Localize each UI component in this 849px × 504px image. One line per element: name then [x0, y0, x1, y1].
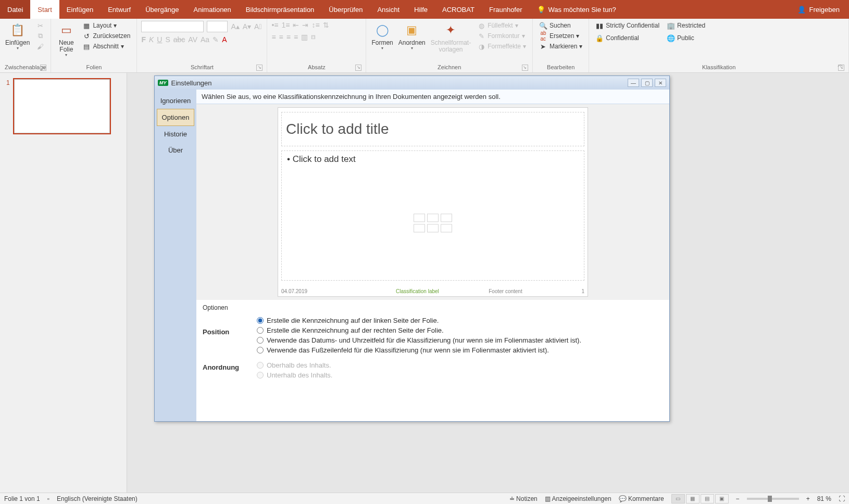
shape-outline-button[interactable]: ✎Formkontur ▾ — [475, 31, 528, 41]
lock-icon: 🔒 — [595, 34, 604, 42]
sidebar-item-ignore[interactable]: Ignorieren — [155, 93, 196, 109]
order-below-radio[interactable]: Unterhalb des Inhalts. — [257, 371, 332, 379]
shapes-button[interactable]: ◯Formen▾ — [370, 21, 394, 52]
shape-fill-button[interactable]: ◍Fülleffekt ▾ — [475, 21, 528, 30]
language-indicator[interactable]: Englisch (Vereinigte Staaten) — [57, 495, 138, 502]
tab-acrobat[interactable]: ACROBAT — [435, 0, 482, 19]
dialog-launcher-icon[interactable]: ↘ — [355, 65, 361, 71]
reading-view-button[interactable]: ▤ — [701, 494, 714, 503]
dialog-titlebar[interactable]: MY Einstellungen ― ▢ ✕ — [155, 76, 669, 90]
slide-thumbnail-1[interactable] — [14, 79, 110, 133]
tab-view[interactable]: Ansicht — [370, 0, 407, 19]
collapse-ribbon-button[interactable]: ︿ — [838, 60, 844, 69]
comments-button[interactable]: 💬 Kommentare — [619, 495, 664, 502]
slideshow-view-button[interactable]: ▣ — [715, 494, 729, 503]
decrease-font-icon[interactable]: A▾ — [243, 22, 251, 31]
justify-button[interactable]: ≡ — [294, 33, 298, 41]
change-case-button[interactable]: Aa — [201, 35, 209, 44]
numbering-button[interactable]: 1≡ — [281, 21, 290, 29]
zoom-slider-thumb[interactable] — [768, 496, 772, 502]
text-direction-button[interactable]: ⇅ — [323, 21, 329, 29]
underline-button[interactable]: U — [157, 35, 162, 44]
tab-slideshow[interactable]: Bildschirmpräsentation — [239, 0, 322, 19]
slide-counter: Folie 1 von 1 — [4, 495, 40, 502]
reset-button[interactable]: ↺Zurücksetzen — [80, 31, 132, 41]
sidebar-item-about[interactable]: Über — [155, 142, 196, 158]
tab-animations[interactable]: Animationen — [186, 0, 239, 19]
preview-date: 04.07.2019 — [281, 288, 339, 294]
paste-button[interactable]: 📋 Einfügen ▾ — [4, 21, 31, 52]
smartart-button[interactable]: ⧈ — [311, 32, 316, 41]
select-button[interactable]: ➤Markieren ▾ — [537, 42, 584, 51]
tell-me-search[interactable]: 💡 Was möchten Sie tun? — [530, 0, 789, 19]
char-spacing-button[interactable]: AV — [188, 35, 197, 44]
zoom-out-button[interactable]: − — [736, 495, 740, 502]
zoom-in-button[interactable]: + — [806, 495, 810, 502]
layout-button[interactable]: ▦Layout ▾ — [80, 21, 132, 30]
sidebar-item-options[interactable]: Optionen — [157, 109, 194, 126]
italic-button[interactable]: K — [149, 35, 154, 44]
align-left-button[interactable]: ≡ — [271, 33, 276, 41]
public-button[interactable]: 🌐Public — [665, 33, 707, 43]
copy-button[interactable]: ⧉ — [34, 31, 46, 41]
normal-view-button[interactable]: ▭ — [671, 494, 685, 503]
restricted-button[interactable]: 🏢Restricted — [665, 21, 707, 30]
tab-help[interactable]: Hilfe — [407, 0, 435, 19]
font-color-button[interactable]: A — [222, 35, 227, 44]
arrange-button[interactable]: ▣Anordnen▾ — [397, 21, 427, 52]
font-family-combo[interactable] — [141, 21, 204, 32]
sorter-view-button[interactable]: ▦ — [686, 494, 700, 503]
decrease-indent-button[interactable]: ⇤ — [293, 21, 299, 29]
position-footer-radio[interactable]: Verwende das Fußzeilenfeld für die Klass… — [257, 346, 581, 354]
cut-button[interactable]: ✂ — [34, 21, 46, 30]
order-above-radio[interactable]: Oberhalb des Inhalts. — [257, 361, 332, 369]
strictly-confidential-button[interactable]: ▮▮Strictly Confidential — [593, 21, 661, 30]
font-size-combo[interactable] — [207, 21, 228, 32]
dialog-launcher-icon[interactable]: ↘ — [522, 65, 528, 71]
dialog-launcher-icon[interactable]: ↘ — [256, 65, 263, 71]
zoom-slider[interactable] — [747, 498, 799, 500]
fit-to-window-button[interactable]: ⛶ — [839, 495, 845, 502]
dialog-launcher-icon[interactable]: ↘ — [40, 65, 46, 71]
clear-format-icon[interactable]: A⃠ — [254, 22, 261, 31]
section-button[interactable]: ▤Abschnitt ▾ — [80, 42, 132, 51]
replace-button[interactable]: abacErsetzen ▾ — [537, 31, 584, 41]
minimize-button[interactable]: ― — [628, 79, 639, 87]
strike-button[interactable]: abc — [173, 35, 185, 44]
increase-font-icon[interactable]: A▴ — [231, 22, 239, 31]
tab-review[interactable]: Überprüfen — [321, 0, 370, 19]
find-button[interactable]: 🔍Suchen — [537, 21, 584, 30]
bold-button[interactable]: F — [141, 35, 146, 44]
notes-button[interactable]: ≐ Notizen — [509, 495, 538, 502]
confidential-button[interactable]: 🔒Confidential — [593, 33, 661, 43]
tab-home[interactable]: Start — [30, 0, 59, 19]
position-left-radio[interactable]: Erstelle die Kennzeichnung auf der linke… — [257, 317, 581, 324]
close-button[interactable]: ✕ — [655, 79, 666, 87]
tab-fraunhofer[interactable]: Fraunhofer — [482, 0, 530, 19]
tab-design[interactable]: Entwurf — [101, 0, 138, 19]
sidebar-item-history[interactable]: Historie — [155, 126, 196, 142]
tab-file[interactable]: Datei — [0, 0, 30, 19]
spellcheck-icon[interactable]: ▫ — [47, 495, 49, 502]
maximize-button[interactable]: ▢ — [641, 79, 653, 87]
bullets-button[interactable]: •≡ — [271, 21, 278, 29]
columns-button[interactable]: ▥ — [301, 33, 308, 41]
position-right-radio[interactable]: Erstelle die Kennzeichnung auf der recht… — [257, 326, 581, 334]
align-right-button[interactable]: ≡ — [286, 33, 291, 41]
line-spacing-button[interactable]: ↕≡ — [311, 21, 319, 29]
new-slide-button[interactable]: ▭ Neue Folie▾ — [55, 21, 77, 59]
quick-styles-button[interactable]: ✦Schnellformat-vorlagen — [430, 21, 472, 54]
zoom-level[interactable]: 81 % — [817, 495, 831, 502]
format-painter-button[interactable]: 🖌 — [34, 42, 46, 51]
align-center-button[interactable]: ≡ — [279, 33, 283, 41]
shadow-button[interactable]: S — [165, 35, 170, 44]
position-datetime-radio[interactable]: Verwende das Datums- und Uhrzeitfeld für… — [257, 336, 581, 344]
shape-effects-button[interactable]: ◑Formeffekte ▾ — [475, 42, 528, 51]
chevron-down-icon: ▾ — [17, 46, 19, 51]
share-button[interactable]: 👤 Freigeben — [788, 0, 849, 19]
tab-insert[interactable]: Einfügen — [59, 0, 101, 19]
display-settings-button[interactable]: ▥ Anzeigeeinstellungen — [545, 495, 611, 502]
tab-transitions[interactable]: Übergänge — [138, 0, 186, 19]
highlight-button[interactable]: ✎ — [213, 35, 219, 44]
increase-indent-button[interactable]: ⇥ — [302, 21, 308, 29]
